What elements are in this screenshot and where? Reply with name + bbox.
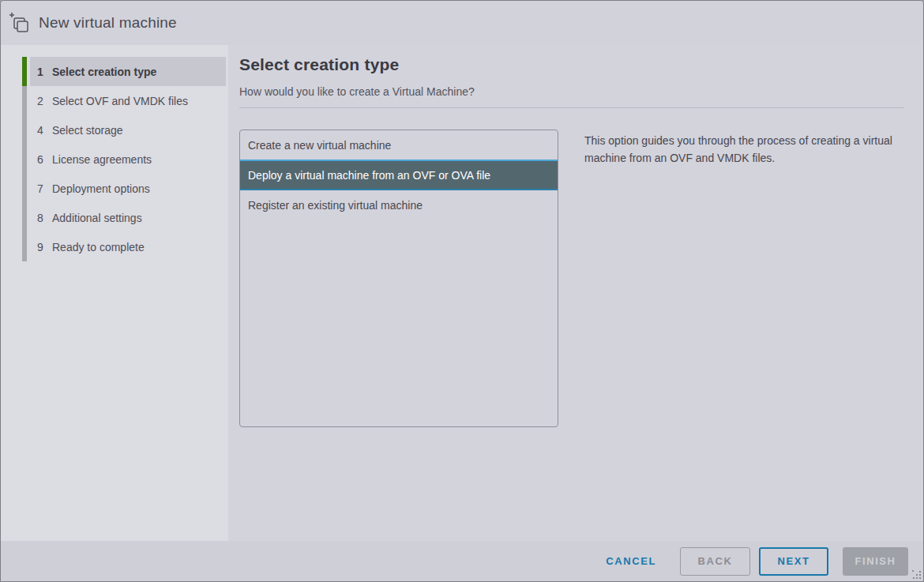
step-progress-bar — [22, 232, 27, 261]
step-number: 1 — [37, 66, 52, 78]
resize-grip-icon[interactable] — [912, 570, 922, 580]
step-label: Additional settings — [52, 212, 142, 224]
new-vm-wizard-dialog: New virtual machine 1 Select creation ty… — [0, 0, 924, 582]
page-title: Select creation type — [239, 55, 904, 74]
creation-type-listbox: Create a new virtual machine Deploy a vi… — [239, 130, 558, 427]
step-number: 2 — [37, 95, 52, 107]
wizard-main-pane: Select creation type How would you like … — [228, 45, 923, 541]
step-select-creation-type[interactable]: 1 Select creation type — [22, 57, 228, 86]
step-license-agreements[interactable]: 6 License agreements — [22, 145, 228, 174]
step-progress-bar — [22, 174, 27, 203]
wizard-steps-sidebar: 1 Select creation type 2 Select OVF and … — [1, 45, 228, 541]
dialog-title: New virtual machine — [39, 14, 177, 32]
cancel-button[interactable]: CANCEL — [604, 547, 658, 576]
step-select-storage[interactable]: 4 Select storage — [22, 115, 228, 145]
option-create-new-vm[interactable]: Create a new virtual machine — [240, 130, 558, 160]
step-number: 7 — [37, 182, 52, 195]
option-deploy-from-ovf-ova[interactable]: Deploy a virtual machine from an OVF or … — [240, 160, 558, 190]
step-ready-to-complete[interactable]: 9 Ready to complete — [22, 232, 228, 261]
step-label: License agreements — [52, 153, 152, 166]
step-label: Select creation type — [52, 66, 156, 78]
dialog-body: 1 Select creation type 2 Select OVF and … — [1, 45, 923, 541]
step-progress-bar — [22, 115, 27, 145]
step-label: Deployment options — [52, 182, 150, 195]
step-number: 9 — [37, 241, 52, 253]
step-number: 6 — [37, 153, 52, 166]
step-additional-settings[interactable]: 8 Additional settings — [22, 203, 228, 232]
step-deployment-options[interactable]: 7 Deployment options — [22, 174, 228, 203]
step-label: Ready to complete — [52, 241, 145, 253]
dialog-footer: CANCEL BACK NEXT FINISH — [1, 541, 923, 581]
step-progress-bar — [22, 145, 27, 174]
step-label: Select storage — [52, 124, 123, 137]
step-progress-bar — [22, 203, 27, 232]
new-vm-icon — [8, 11, 32, 35]
option-register-existing-vm[interactable]: Register an existing virtual machine — [240, 190, 558, 220]
finish-button[interactable]: FINISH — [843, 547, 908, 576]
step-progress-bar — [22, 86, 27, 115]
back-button[interactable]: BACK — [680, 547, 750, 576]
step-label: Select OVF and VMDK files — [52, 95, 188, 107]
option-description: This option guides you through the proce… — [584, 132, 904, 167]
next-button[interactable]: NEXT — [759, 547, 828, 576]
step-select-ovf-vmdk-files[interactable]: 2 Select OVF and VMDK files — [22, 86, 228, 115]
step-progress-bar — [22, 57, 27, 86]
divider — [239, 107, 904, 108]
step-number: 4 — [37, 124, 52, 137]
dialog-header: New virtual machine — [1, 1, 923, 45]
step-number: 8 — [37, 212, 52, 224]
page-subtitle: How would you like to create a Virtual M… — [239, 85, 904, 98]
